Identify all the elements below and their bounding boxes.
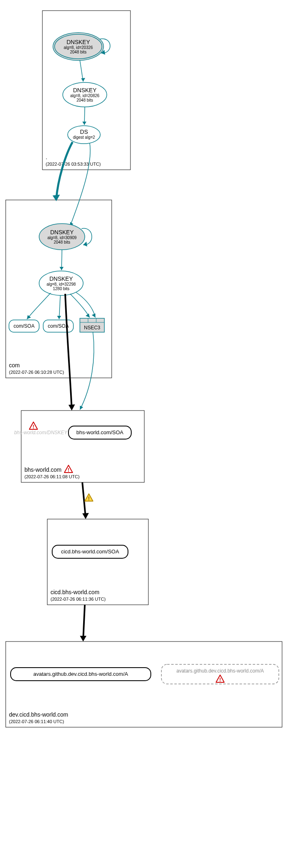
edge-com2-soa1 [27,293,51,319]
alert-icon-bhs-dnskey: ! [29,422,38,430]
svg-text:2048 bits: 2048 bits [77,98,93,102]
svg-text:DNSKEY: DNSKEY [66,39,90,45]
svg-text:NSEC3: NSEC3 [84,325,100,331]
zone-bhs-label: bhs-world.com [24,466,62,473]
svg-text:alg=8, id=20326: alg=8, id=20326 [64,45,93,50]
svg-marker-15 [53,195,60,201]
svg-text:!: ! [88,496,90,502]
svg-marker-26 [60,267,64,270]
edge-com2-nsec3a [70,294,90,317]
svg-text:DNSKEY: DNSKEY [49,275,73,282]
svg-text:DS: DS [80,129,88,135]
zone-cicd-label: cicd.bhs-world.com [51,589,99,595]
svg-text:alg=8, id=32298: alg=8, id=32298 [46,282,76,286]
svg-text:DNSKEY: DNSKEY [50,229,74,235]
zone-devcicd-ts: (2022-07-26 06:11:40 UTC) [9,719,64,724]
edge-ds-com-bold [56,142,73,199]
svg-marker-34 [27,315,31,319]
edge-cicd-devcicd [83,605,85,640]
zone-cicd-ts: (2022-07-26 06:11:36 UTC) [51,597,106,602]
warning-icon-bhs-cicd: ! [85,494,93,502]
edge-com-bhs-black [65,294,72,409]
svg-marker-35 [57,316,61,319]
svg-text:com/SOA: com/SOA [13,323,34,329]
svg-text:cicd.bhs-world.com/SOA: cicd.bhs-world.com/SOA [61,548,119,555]
zone-com-label: com [9,362,20,369]
edge-ds-com-thin [70,143,90,226]
edge-com2-nsec3b [76,292,95,317]
zone-root-label: . [46,154,47,160]
node-bhs-dnskey-faded: bhs-world.com/DNSKEY [14,430,68,435]
svg-text:2048 bits: 2048 bits [70,50,87,54]
svg-marker-21 [83,242,87,246]
svg-text:2048 bits: 2048 bits [54,240,71,244]
node-ds-root: DS digest alg=2 [68,126,100,144]
zone-bhs-ts: (2022-07-26 06:11:08 UTC) [24,474,79,479]
svg-text:!: ! [219,677,221,683]
svg-marker-38 [68,404,75,411]
svg-marker-37 [92,313,95,317]
svg-text:alg=8, id=30909: alg=8, id=30909 [47,235,77,240]
edge-nsec3-bhs [80,332,94,410]
svg-text:DNSKEY: DNSKEY [73,87,97,93]
zone-root-ts: (2022-07-26 03:53:33 UTC) [46,162,101,166]
svg-text:alg=8, id=20826: alg=8, id=20826 [70,93,99,98]
svg-text:avatars.github.dev.cicd.bhs-wo: avatars.github.dev.cicd.bhs-world.com/A [176,668,264,674]
svg-marker-45 [82,513,89,519]
svg-text:avatars.github.dev.cicd.bhs-wo: avatars.github.dev.cicd.bhs-world.com/A [33,671,128,677]
edge-com2-soa2 [59,295,60,319]
node-nsec3: NSEC3 [80,318,104,332]
svg-text:digest alg=2: digest alg=2 [73,135,95,140]
svg-marker-10 [81,78,85,82]
svg-text:!: ! [68,467,69,473]
zone-devcicd-label: dev.cicd.bhs-world.com [9,711,68,718]
svg-marker-14 [82,122,86,125]
svg-marker-49 [80,636,86,642]
svg-text:1280 bits: 1280 bits [53,286,70,291]
node-dnskey-root1: DNSKEY alg=8, id=20326 2048 bits [53,33,104,60]
dnssec-graph: . (2022-07-26 03:53:33 UTC) DNSKEY alg=8… [0,0,289,868]
svg-text:bhs-world.com/SOA: bhs-world.com/SOA [76,429,124,435]
alert-icon-bhs-zone: ! [64,465,73,473]
zone-com-ts: (2022-07-26 06:10:28 UTC) [9,370,64,375]
node-dnskey-com1: DNSKEY alg=8, id=30909 2048 bits [39,224,85,250]
node-dnskey-root2: DNSKEY alg=8, id=20826 2048 bits [63,82,107,107]
svg-text:!: ! [33,424,34,430]
node-dnskey-com2: DNSKEY alg=8, id=32298 1280 bits [39,271,83,295]
svg-text:com/SOA: com/SOA [48,323,68,329]
